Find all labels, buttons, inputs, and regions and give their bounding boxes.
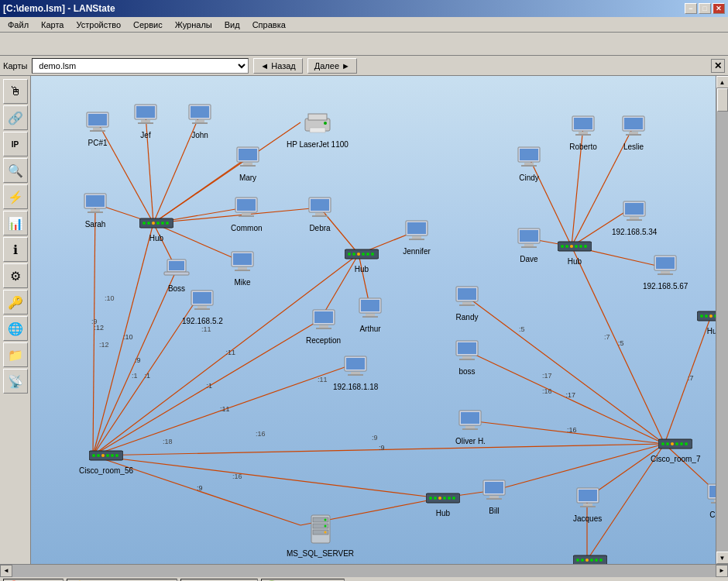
sidebar-btn-key[interactable]: 🔑 — [3, 290, 28, 315]
scroll-up-button[interactable]: ▲ — [716, 76, 729, 88]
menu-item-сервис[interactable]: Сервис — [129, 19, 167, 31]
svg-rect-151 — [580, 506, 596, 507]
svg-rect-63 — [319, 325, 328, 328]
network-canvas: :10:12:9:1:11:11:1:9:5:7:16:17:9:10:12:9… — [31, 76, 716, 564]
node-bill[interactable]: Bill — [480, 479, 508, 515]
close-map-button[interactable]: ✕ — [711, 59, 725, 73]
svg-rect-6 — [141, 120, 150, 122]
node-icon-hub — [697, 304, 716, 326]
close-button[interactable]: ✕ — [713, 3, 725, 14]
svg-point-131 — [661, 442, 664, 445]
node-hub6[interactable]: Hub — [573, 548, 607, 564]
forward-button[interactable]: Далее ► — [307, 58, 357, 74]
sidebar-btn-antenna[interactable]: 📡 — [3, 369, 28, 394]
node-arthur[interactable]: Arthur — [356, 297, 384, 333]
node-leslie[interactable]: Leslie — [620, 115, 647, 151]
svg-rect-67 — [366, 314, 375, 316]
sidebar-btn-search[interactable]: 🔍 — [3, 158, 28, 183]
sidebar-btn-chart[interactable]: 📊 — [3, 211, 28, 235]
svg-rect-54 — [407, 222, 426, 234]
maximize-button[interactable]: □ — [699, 3, 711, 14]
node-icon-pc — [84, 111, 112, 138]
sidebar-btn-settings[interactable]: ⚙ — [3, 263, 28, 288]
sidebar-btn-link[interactable]: 🔗 — [3, 105, 28, 130]
node-ip_1118[interactable]: 192.168.1.18 — [333, 355, 378, 391]
node-roberto[interactable]: Roberto — [569, 115, 597, 151]
node-debra[interactable]: Debra — [306, 196, 334, 232]
map-select[interactable]: demo.lsm — [32, 58, 249, 74]
minimize-button[interactable]: − — [685, 3, 697, 14]
node-mike[interactable]: Mike — [228, 250, 256, 287]
node-oliverh[interactable]: Oliver H. — [455, 409, 486, 445]
status-streams: ⚡ Активных потоков: 15 — [67, 579, 177, 582]
menu-item-устройство[interactable]: Устройство — [71, 19, 125, 31]
scroll-right-button[interactable]: ► — [716, 565, 728, 577]
node-reception[interactable]: Reception — [306, 308, 341, 345]
svg-rect-122 — [462, 428, 478, 430]
svg-point-74 — [561, 245, 564, 248]
node-hub3[interactable]: Hub — [558, 235, 592, 266]
node-hub2[interactable]: Hub — [345, 242, 379, 273]
menu-item-справка[interactable]: Справка — [248, 19, 290, 31]
node-sql[interactable]: MS_SQL_SERVER — [287, 514, 354, 558]
svg-rect-147 — [486, 498, 502, 500]
svg-rect-116 — [458, 342, 476, 354]
svg-point-133 — [671, 442, 674, 445]
sidebar-btn-ip[interactable]: IP — [3, 132, 28, 156]
svg-rect-91 — [626, 134, 641, 136]
node-john[interactable]: John — [186, 103, 214, 139]
node-randy[interactable]: Randy — [453, 285, 481, 321]
node-dave[interactable]: Dave — [515, 227, 543, 263]
connection-hub1-printer — [153, 122, 300, 223]
node-ip2[interactable]: 192.168.5.2 — [182, 289, 223, 325]
node-cindy[interactable]: Cindy — [515, 146, 543, 182]
node-cisco7[interactable]: Cisco_room_7 — [651, 432, 700, 463]
menu-item-файл[interactable]: Файл — [3, 19, 33, 31]
node-sarah[interactable]: Sarah — [81, 192, 109, 229]
sidebar-btn-power[interactable]: ⚡ — [3, 184, 28, 209]
node-icon-pc — [306, 196, 334, 223]
node-hub5[interactable]: Hub — [426, 486, 460, 517]
sidebar-btn-pointer[interactable]: 🖱 — [3, 79, 28, 104]
node-jacques[interactable]: Jacques — [573, 486, 602, 523]
menu-item-журналы[interactable]: Журналы — [170, 19, 217, 31]
node-boss2[interactable]: boss — [453, 339, 481, 376]
node-printer[interactable]: HP LaserJet 1100 — [287, 111, 349, 149]
node-ip567[interactable]: 192.168.5.67 — [643, 254, 688, 290]
svg-point-50 — [362, 253, 365, 256]
sidebar-btn-globe[interactable]: 🌐 — [3, 316, 28, 341]
node-label-dave: Dave — [520, 255, 537, 263]
menu-item-вид[interactable]: Вид — [220, 19, 245, 31]
node-common[interactable]: Common — [231, 196, 263, 232]
node-jef[interactable]: Jef — [132, 103, 160, 139]
menu-item-карта[interactable]: Карта — [36, 19, 68, 31]
back-button[interactable]: ◄ Назад — [253, 58, 302, 74]
svg-point-52 — [371, 253, 374, 256]
node-icon-pc — [453, 285, 481, 312]
node-pc1[interactable]: PC#1 — [84, 111, 112, 147]
scroll-left-button[interactable]: ◄ — [0, 565, 12, 577]
node-chris[interactable]: Chris — [705, 483, 716, 519]
node-mary[interactable]: Mary — [234, 146, 262, 182]
map-bar: Карты demo.lsm ◄ Назад Далее ► ✕ — [0, 56, 728, 76]
svg-rect-82 — [524, 163, 534, 165]
svg-point-107 — [709, 315, 713, 318]
node-icon-pc — [188, 289, 216, 316]
scrollbar-vertical[interactable]: ▲ ▼ — [716, 76, 728, 564]
node-icon-pc — [620, 115, 647, 142]
node-boss[interactable]: Boss — [163, 258, 191, 293]
link-label: :10 — [123, 333, 133, 341]
node-hub1[interactable]: Hub — [139, 211, 173, 242]
node-cisco56[interactable]: Cisco_room_56 — [79, 444, 133, 475]
sidebar-btn-info[interactable]: ℹ — [3, 237, 28, 262]
svg-rect-71 — [462, 302, 472, 304]
node-ip534[interactable]: 192.168.5.34 — [612, 200, 657, 236]
connection-cisco56-sarah — [93, 204, 95, 456]
scrollbar-horizontal[interactable]: ◄ ► — [0, 564, 728, 576]
node-hub4[interactable]: Hub — [697, 304, 716, 335]
scroll-down-button[interactable]: ▼ — [716, 552, 729, 564]
sidebar-btn-folder[interactable]: 📁 — [3, 342, 28, 367]
svg-rect-44 — [238, 267, 247, 270]
node-jennifer[interactable]: Jennifer — [403, 219, 431, 256]
scroll-thumb-v[interactable] — [717, 88, 728, 112]
